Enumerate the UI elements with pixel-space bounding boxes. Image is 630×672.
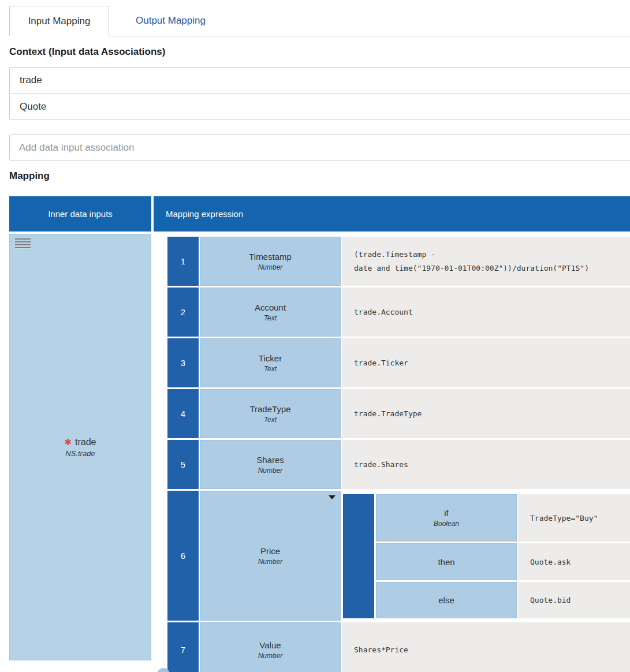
source-name: trade <box>75 437 96 447</box>
source-type-ref: NS.trade <box>64 449 96 458</box>
nested-row-then: then Quote.ask <box>376 543 630 580</box>
nested-row-else: else Quote.bid <box>376 582 630 618</box>
entry-name: TradeType <box>249 404 290 414</box>
entry-name-cell[interactable]: Price Number <box>200 491 341 621</box>
tab-output-mapping[interactable]: Output Mapping <box>109 6 232 36</box>
list-item-trade[interactable]: trade <box>10 68 630 94</box>
expression-cell[interactable]: trade.Account <box>342 288 630 337</box>
entry-type: Number <box>258 263 283 271</box>
nested-rows: if Boolean TradeType="Buy" then Quote.as… <box>376 494 630 621</box>
tab-input-mapping[interactable]: Input Mapping <box>9 6 109 36</box>
entry-type: Number <box>258 652 283 660</box>
expression-cell[interactable]: TradeType="Buy" <box>518 494 630 542</box>
entry-name: Timestamp <box>249 252 292 262</box>
drag-handle-icon[interactable] <box>15 238 31 250</box>
entry-name: Price <box>260 546 280 556</box>
expression-cell[interactable]: (trade.Timestamp - date and time("1970-0… <box>342 237 630 286</box>
row-number-cell[interactable]: 7 <box>167 622 199 672</box>
list-item-quote[interactable]: Quote <box>10 94 630 120</box>
expression-cell[interactable]: Quote.bid <box>518 582 630 618</box>
input-association-list: trade Quote <box>9 67 630 120</box>
entry-name: Value <box>259 640 281 650</box>
context-section-heading: Context (Input data Associations) <box>9 46 630 58</box>
row-number-cell[interactable]: 3 <box>167 338 199 387</box>
entry-name-cell[interactable]: TradeType Text <box>200 389 341 438</box>
mapping-table-body: ✱ trade NS.trade 1 Timestamp Number (tra… <box>9 234 630 672</box>
collapse-caret-icon[interactable] <box>329 495 335 499</box>
row-number-cell[interactable]: 2 <box>167 288 199 337</box>
expression-cell[interactable]: Quote.ask <box>518 543 630 580</box>
required-icon: ✱ <box>64 437 72 447</box>
entry-type: Text <box>264 365 277 373</box>
nested-keyword: then <box>438 557 454 567</box>
table-row-timestamp: 1 Timestamp Number (trade.Timestamp - da… <box>167 237 630 286</box>
tab-bar: Input Mapping Output Mapping <box>9 6 630 36</box>
table-row-tradetype: 4 TradeType Text trade.TradeType <box>167 389 630 438</box>
table-row-price: 6 Price Number if Boolean <box>167 491 630 621</box>
source-data-label[interactable]: ✱ trade NS.trade <box>64 437 96 458</box>
add-association-input[interactable] <box>9 135 630 160</box>
nested-keyword: else <box>438 595 454 605</box>
entry-type: Text <box>264 416 277 424</box>
nested-keyword-cell[interactable]: if Boolean <box>376 494 517 542</box>
entry-name: Shares <box>256 455 284 465</box>
entry-name-cell[interactable]: Value Number <box>200 622 341 672</box>
row-number-cell[interactable]: 5 <box>167 440 199 489</box>
entry-name: Account <box>255 303 286 312</box>
entry-name-cell[interactable]: Shares Number <box>200 440 341 489</box>
row-number-cell[interactable]: 4 <box>167 389 199 438</box>
entry-name: Ticker <box>259 353 282 363</box>
column-header-inner-data-inputs: Inner data inputs <box>9 196 151 232</box>
mapping-table: Inner data inputs Mapping expression ✱ t… <box>9 196 630 672</box>
nested-keyword: if <box>444 508 449 518</box>
inner-data-inputs-panel: ✱ trade NS.trade <box>9 234 151 660</box>
row-number-cell[interactable]: 1 <box>167 237 199 286</box>
nested-row-if: if Boolean TradeType="Buy" <box>376 494 630 542</box>
entry-type: Number <box>258 558 283 566</box>
nested-expression: if Boolean TradeType="Buy" then Quote.as… <box>343 491 630 621</box>
entry-name-cell[interactable]: Timestamp Number <box>200 237 341 286</box>
table-row-shares: 5 Shares Number trade.Shares <box>167 440 630 489</box>
expression-cell[interactable]: Shares*Price <box>342 622 630 672</box>
entry-name-cell[interactable]: Ticker Text <box>200 338 341 387</box>
expression-cell[interactable]: trade.TradeType <box>342 389 630 438</box>
nested-group-bar[interactable] <box>343 494 374 618</box>
mapping-table-header: Inner data inputs Mapping expression <box>9 196 630 232</box>
expression-cell[interactable]: trade.Ticker <box>342 338 630 387</box>
row-number-cell[interactable]: 6 <box>167 491 199 621</box>
table-row-account: 2 Account Text trade.Account <box>167 288 630 337</box>
table-row-value: 7 Value Number Shares*Price <box>167 622 630 672</box>
column-header-mapping-expression: Mapping expression <box>154 196 630 232</box>
entry-type: Number <box>258 466 283 475</box>
mapping-rows: 1 Timestamp Number (trade.Timestamp - da… <box>167 234 630 672</box>
table-row-ticker: 3 Ticker Text trade.Ticker <box>167 338 630 387</box>
entry-name-cell[interactable]: Account Text <box>200 288 341 337</box>
nested-type: Boolean <box>434 520 459 528</box>
entry-type: Text <box>264 314 277 322</box>
expression-cell[interactable]: trade.Shares <box>342 440 630 489</box>
nested-keyword-cell[interactable]: else <box>376 582 517 618</box>
nested-keyword-cell[interactable]: then <box>376 543 517 580</box>
mapping-section-heading: Mapping <box>9 170 630 182</box>
mapping-editor-page: Input Mapping Output Mapping Context (In… <box>0 6 630 672</box>
